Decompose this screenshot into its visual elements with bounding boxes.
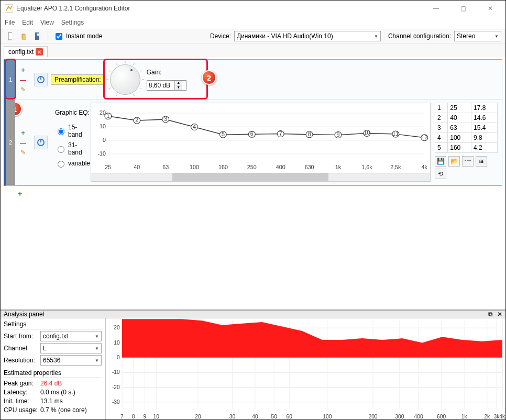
open-file-button[interactable] <box>18 31 29 41</box>
start-label: Start from: <box>4 333 38 340</box>
titlebar: Equalizer APO 1.2.1 Configuration Editor… <box>1 1 505 16</box>
menubar: File Edit View Settings <box>1 16 505 29</box>
svg-text:1: 1 <box>106 113 109 119</box>
analysis-title: Analysis panel <box>4 311 488 318</box>
svg-text:40: 40 <box>134 164 140 170</box>
analysis-settings: Settings Start from: config.txt Channel:… <box>1 318 105 419</box>
normalize-eq-icon[interactable]: ≋ <box>476 156 487 167</box>
svg-rect-0 <box>5 4 13 13</box>
table-row[interactable]: 12517.8 <box>435 103 498 113</box>
edit-filter-icon[interactable]: ✎ <box>20 86 26 93</box>
svg-line-15 <box>109 70 111 71</box>
eq-table[interactable]: 12517.824014.636315.441009.851604.2 <box>435 103 498 153</box>
minimize-button[interactable]: — <box>427 3 445 14</box>
gain-control-group: Gain: ▲▼ <box>105 60 192 99</box>
edit-filter-icon[interactable]: ✎ <box>20 149 26 156</box>
power-button-2[interactable] <box>34 136 48 149</box>
tab-row: config.txt ✕ <box>1 43 505 57</box>
invert-eq-icon[interactable]: 〰 <box>462 156 474 167</box>
spin-up-icon[interactable]: ▲ <box>175 81 182 85</box>
maximize-button[interactable]: ▢ <box>454 3 472 14</box>
eq-scrollbar[interactable] <box>91 173 430 181</box>
eq-chart[interactable]: 20100-102540631001602504006301k1,6k2,5k4… <box>91 103 431 182</box>
gain-spinbox[interactable]: ▲▼ <box>147 80 186 91</box>
svg-text:-10: -10 <box>112 369 120 375</box>
instant-mode-label: Instant mode <box>66 32 102 40</box>
add-filter-icon[interactable]: ＋ <box>20 65 26 74</box>
device-dropdown[interactable]: Динамики - VIA HD Audio(Win 10) <box>234 31 381 41</box>
radio-variable[interactable]: variable <box>55 159 86 168</box>
filter-row-1: 1 ＋ — ✎ Preamplification: <box>6 60 502 100</box>
instant-mode-input[interactable] <box>56 33 62 40</box>
svg-line-13 <box>109 87 111 89</box>
analysis-chart[interactable]: 20100-10-20-3078910203040506010020030040… <box>105 318 505 419</box>
add-filter-icon[interactable]: ＋ <box>16 189 24 197</box>
cpu-value: 0.7 % (one core) <box>40 406 87 414</box>
instant-mode-checkbox[interactable]: Instant mode <box>53 31 102 41</box>
svg-line-16 <box>116 63 117 64</box>
svg-line-11 <box>133 94 134 96</box>
reset-eq-icon[interactable]: ⟲ <box>435 169 446 179</box>
menu-settings[interactable]: Settings <box>61 19 84 26</box>
chanconf-value: Stereo <box>457 32 475 40</box>
close-window-button[interactable]: ✕ <box>481 3 499 14</box>
radio-31band[interactable]: 31-band <box>55 141 86 156</box>
filter-num-1[interactable]: 1 <box>6 60 15 99</box>
start-dropdown[interactable]: config.txt <box>40 331 102 341</box>
settings-header: Settings <box>4 320 102 329</box>
save-eq-icon[interactable]: 💾 <box>435 156 446 167</box>
svg-text:50: 50 <box>271 414 278 419</box>
svg-text:10: 10 <box>364 130 370 136</box>
svg-line-12 <box>116 94 117 96</box>
add-filter-icon[interactable]: ＋ <box>20 128 26 137</box>
svg-text:9: 9 <box>337 132 340 138</box>
svg-text:100: 100 <box>323 414 332 419</box>
gain-label: Gain: <box>147 69 186 76</box>
svg-text:63: 63 <box>162 164 169 170</box>
spin-down-icon[interactable]: ▼ <box>175 85 182 90</box>
remove-filter-icon[interactable]: — <box>20 139 26 147</box>
save-file-button[interactable] <box>32 31 42 41</box>
table-row[interactable]: 24014.6 <box>435 113 498 123</box>
new-file-button[interactable] <box>5 31 15 41</box>
svg-line-7 <box>133 63 134 64</box>
open-eq-icon[interactable]: 📂 <box>448 156 460 167</box>
radio-15band[interactable]: 15-band <box>55 124 86 138</box>
table-row[interactable]: 41009.8 <box>435 133 498 143</box>
channel-dropdown[interactable]: L <box>40 343 102 353</box>
power-button-1[interactable] <box>34 73 48 86</box>
chanconf-dropdown[interactable]: Stereo <box>454 31 501 41</box>
table-row[interactable]: 36315.4 <box>435 123 498 133</box>
svg-text:1k: 1k <box>461 414 468 419</box>
svg-text:1,6k: 1,6k <box>361 164 372 170</box>
preamp-label[interactable]: Preamplification: <box>51 74 105 85</box>
menu-file[interactable]: File <box>5 19 15 26</box>
gain-knob[interactable] <box>110 64 140 95</box>
tab-close-icon[interactable]: ✕ <box>36 48 43 56</box>
tab-config[interactable]: config.txt ✕ <box>4 46 48 57</box>
latency-label: Latency: <box>4 389 38 396</box>
separator <box>48 31 48 41</box>
channel-label: Channel: <box>4 345 38 352</box>
svg-text:0: 0 <box>103 137 106 143</box>
eq-value-table: 12517.824014.636315.441009.851604.2 💾 📂 … <box>435 103 498 182</box>
svg-text:10: 10 <box>153 414 160 419</box>
menu-edit[interactable]: Edit <box>22 19 33 26</box>
gain-input[interactable] <box>147 82 174 89</box>
remove-filter-icon[interactable]: — <box>20 76 26 84</box>
svg-line-8 <box>140 70 141 71</box>
svg-text:7: 7 <box>279 131 282 137</box>
menu-view[interactable]: View <box>40 19 54 26</box>
svg-text:2: 2 <box>135 117 138 123</box>
svg-text:0: 0 <box>117 355 120 360</box>
svg-text:60: 60 <box>287 414 293 419</box>
undock-icon[interactable]: ⧉ <box>488 311 493 318</box>
svg-text:630: 630 <box>305 164 314 170</box>
svg-text:12: 12 <box>421 135 427 140</box>
resolution-dropdown[interactable]: 65536 <box>40 355 102 366</box>
table-row[interactable]: 51604.2 <box>435 143 498 153</box>
close-panel-icon[interactable]: ✕ <box>497 311 502 318</box>
svg-text:2k: 2k <box>484 414 490 419</box>
filter-num-2[interactable]: 2 <box>6 100 15 185</box>
svg-text:8: 8 <box>132 414 135 419</box>
